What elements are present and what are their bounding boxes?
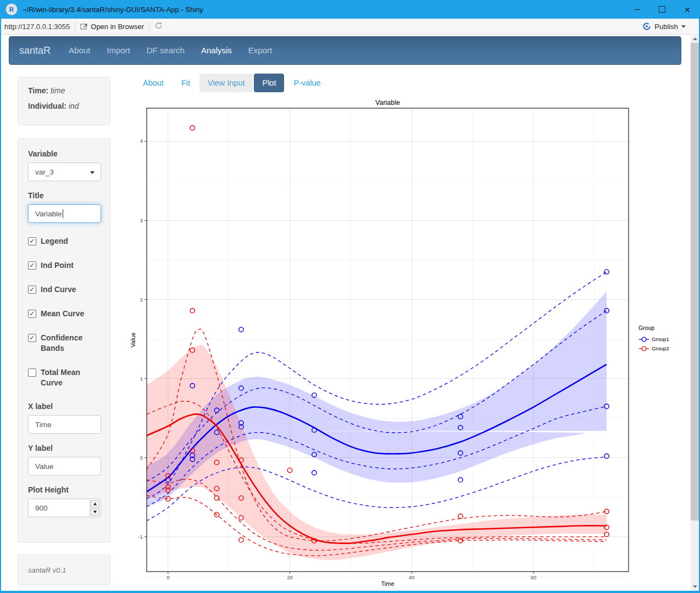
svg-text:2: 2 [140,296,143,303]
y-label-value: Value [35,462,54,471]
checkbox-label: Total Mean Curve [41,367,100,388]
checkbox-group: ✓Legend✓Ind Point✓Ind Curve✓Mean Curve✓C… [28,236,100,388]
scroll-up-button[interactable] [691,34,699,43]
x-label-input[interactable]: Time [28,415,101,434]
scrollbar-thumb[interactable] [691,43,699,521]
checkbox-unchecked-icon[interactable] [28,368,36,377]
svg-text:20: 20 [287,574,293,580]
checkbox-checked-icon[interactable]: ✓ [28,310,36,318]
window-border [0,19,1,593]
plot-height-input[interactable]: 900 [28,499,101,517]
publish-icon [642,22,651,31]
title-input[interactable]: Variable [28,204,101,223]
svg-text:1: 1 [140,376,143,382]
svg-text:40: 40 [409,574,415,580]
window-border [0,591,700,593]
nav-item-import[interactable]: Import [98,46,138,55]
checkbox-ind-curve[interactable]: ✓Ind Curve [28,284,100,295]
variable-selected-value: var_3 [35,168,54,176]
tab-fit[interactable]: Fit [173,74,198,92]
open-in-browser-label: Open in Browser [91,23,144,31]
svg-text:Group2: Group2 [652,345,669,351]
checkbox-ind-point[interactable]: ✓Ind Point [28,260,100,271]
svg-text:Value: Value [130,332,136,347]
url-text: http://127.0.0.1:3055 [4,23,70,31]
open-in-browser-button[interactable]: Open in Browser [80,23,144,31]
checkbox-checked-icon[interactable]: ✓ [28,286,36,294]
info-panel: Time: time Individual: ind [18,77,110,125]
tab-plot[interactable]: Plot [254,74,284,92]
svg-text:Group1: Group1 [652,336,669,342]
checkbox-label: Ind Point [41,260,100,271]
x-label-label: X label [28,402,100,411]
variable-select[interactable]: var_3 [28,163,101,181]
title-input-value: Variable [35,210,62,218]
variable-label: Variable [28,149,100,158]
plot-controls-panel: Variable var_3 Title Variable ✓Legend✓In… [18,138,110,542]
checkbox-mean-curve[interactable]: ✓Mean Curve [28,309,100,319]
separator [149,22,149,31]
time-label: Time: [28,86,48,95]
plot-image: -1012340204060VariableTimeValueGroupGrou… [127,99,688,593]
refresh-button[interactable] [154,21,163,31]
y-label-label: Y label [28,444,100,452]
individual-info: Individual: ind [28,102,100,110]
checkbox-label: Legend [41,236,100,247]
nav-item-analysis[interactable]: Analysis [193,46,240,55]
title-label: Title [28,191,100,200]
separator [75,22,75,31]
publish-button[interactable]: Publish [642,22,686,31]
open-in-browser-icon [80,23,88,30]
window-title: ~/R/win-library/3.4/santaR/shiny-GUI/SAN… [23,5,203,14]
number-spinners [90,500,100,516]
nav-item-df-search[interactable]: DF search [138,46,193,55]
tab-about[interactable]: About [135,74,172,92]
close-icon: × [684,4,690,15]
checkbox-checked-icon[interactable]: ✓ [28,261,36,270]
svg-text:4: 4 [140,138,143,144]
checkbox-legend[interactable]: ✓Legend [28,236,100,247]
minimize-button[interactable] [624,0,649,19]
version-panel: santaR v0.1 [18,555,110,585]
x-label-value: Time [35,421,52,429]
minimize-icon [634,9,640,10]
svg-text:0: 0 [166,574,169,580]
title-bar: R ~/R/win-library/3.4/santaR/shiny-GUI/S… [0,0,700,19]
svg-text:60: 60 [531,574,537,580]
svg-text:Time: Time [381,580,394,587]
refresh-icon [154,21,163,30]
nav-item-export[interactable]: Export [240,46,280,55]
svg-text:0: 0 [140,455,143,461]
svg-text:Variable: Variable [375,99,400,107]
checkbox-label: Mean Curve [41,309,100,319]
checkbox-label: Ind Curve [41,284,100,295]
publish-caret-icon[interactable] [681,25,686,28]
individual-label: Individual: [28,102,66,110]
checkbox-checked-icon[interactable]: ✓ [28,237,36,245]
y-label-input[interactable]: Value [28,457,101,475]
checkbox-confidence-bands[interactable]: ✓Confidence Bands [28,333,100,354]
app-navbar: santaR AboutImportDF searchAnalysisExpor… [9,36,681,65]
spinner-down-icon [93,511,97,513]
svg-text:-1: -1 [138,534,143,540]
chevron-down-icon [90,171,95,174]
checkbox-checked-icon[interactable]: ✓ [28,334,36,342]
scroll-down-button[interactable] [691,582,699,591]
nav-item-about[interactable]: About [60,46,98,55]
version-text: santaR v0.1 [28,566,66,574]
maximize-button[interactable] [649,0,675,19]
time-value: time [51,86,65,95]
svg-text:3: 3 [140,217,143,223]
checkbox-total-mean-curve[interactable]: Total Mean Curve [28,367,100,388]
text-cursor [63,209,63,218]
spinner-up-button[interactable] [91,500,99,507]
tab-p-value[interactable]: P-value [285,74,329,92]
analysis-tabset: AboutFitView InputPlotP-value [135,74,330,92]
spinner-down-button[interactable] [91,508,99,516]
tab-view-input[interactable]: View Input [199,74,253,92]
r-logo-icon: R [5,3,18,15]
navbar-brand[interactable]: santaR [9,45,60,57]
plot-height-label: Plot Height [28,485,100,494]
vertical-scrollbar[interactable] [691,34,699,591]
close-button[interactable]: × [675,0,700,19]
